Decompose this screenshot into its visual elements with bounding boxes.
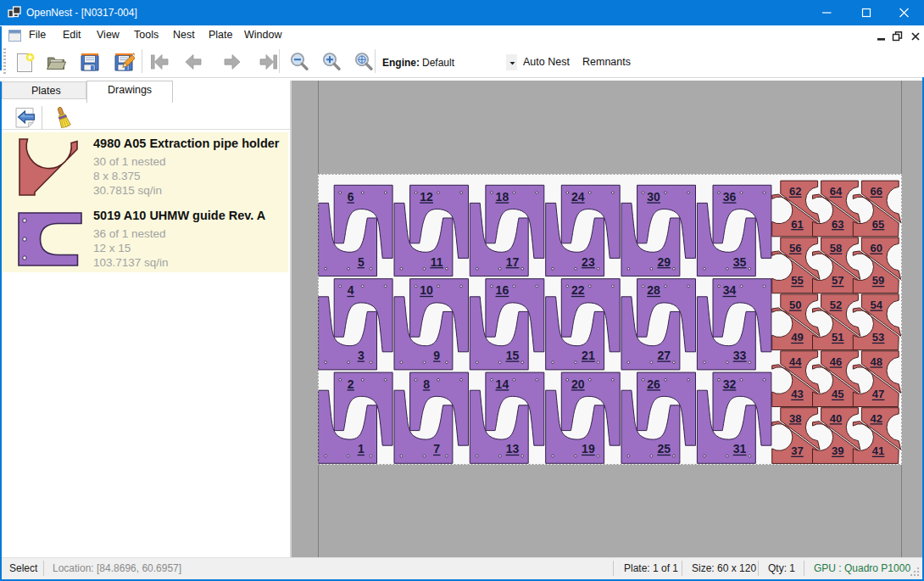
svg-text:30: 30: [647, 190, 660, 204]
svg-text:55: 55: [791, 274, 803, 287]
svg-text:22: 22: [571, 283, 585, 297]
svg-text:48: 48: [871, 355, 882, 368]
svg-text:59: 59: [872, 274, 884, 287]
svg-text:28: 28: [647, 283, 660, 297]
svg-text:66: 66: [871, 185, 882, 198]
svg-text:4: 4: [348, 283, 354, 297]
svg-text:12: 12: [420, 190, 433, 204]
svg-text:31: 31: [733, 442, 747, 455]
svg-text:33: 33: [733, 349, 747, 362]
svg-text:27: 27: [657, 349, 671, 362]
svg-text:17: 17: [506, 255, 520, 269]
svg-text:7: 7: [433, 442, 440, 455]
svg-text:53: 53: [872, 331, 884, 344]
svg-text:36: 36: [723, 190, 737, 204]
svg-text:64: 64: [830, 185, 843, 198]
svg-text:2: 2: [348, 377, 354, 391]
svg-text:38: 38: [789, 412, 801, 425]
svg-text:62: 62: [789, 185, 801, 198]
svg-text:51: 51: [832, 331, 843, 344]
svg-text:35: 35: [733, 255, 747, 269]
svg-text:44: 44: [789, 355, 802, 368]
svg-text:29: 29: [657, 255, 671, 269]
svg-text:42: 42: [871, 412, 882, 425]
svg-text:24: 24: [571, 190, 585, 204]
svg-text:60: 60: [871, 242, 882, 254]
svg-text:45: 45: [832, 388, 843, 400]
svg-text:11: 11: [431, 255, 443, 269]
svg-text:26: 26: [647, 377, 660, 391]
svg-text:5: 5: [358, 255, 365, 269]
svg-text:49: 49: [791, 331, 803, 344]
svg-text:56: 56: [789, 242, 801, 254]
svg-text:6: 6: [348, 190, 354, 204]
svg-text:40: 40: [830, 412, 842, 425]
svg-text:21: 21: [582, 349, 595, 362]
svg-text:46: 46: [830, 355, 842, 368]
svg-text:43: 43: [791, 388, 803, 400]
svg-text:10: 10: [420, 283, 433, 297]
svg-text:37: 37: [791, 444, 803, 457]
svg-text:23: 23: [582, 255, 595, 269]
svg-text:50: 50: [789, 299, 801, 311]
svg-text:32: 32: [723, 377, 737, 391]
svg-text:20: 20: [571, 377, 585, 391]
svg-text:61: 61: [791, 218, 803, 231]
svg-text:16: 16: [496, 283, 509, 297]
svg-text:47: 47: [872, 388, 884, 400]
svg-text:41: 41: [872, 444, 884, 457]
svg-text:15: 15: [506, 349, 520, 362]
svg-text:14: 14: [496, 377, 509, 391]
svg-text:63: 63: [832, 218, 843, 231]
svg-text:9: 9: [433, 349, 440, 362]
svg-text:58: 58: [830, 242, 842, 254]
svg-text:25: 25: [657, 442, 671, 455]
svg-text:57: 57: [832, 274, 843, 287]
svg-text:3: 3: [358, 349, 365, 362]
svg-text:39: 39: [832, 444, 843, 457]
svg-text:52: 52: [830, 299, 842, 311]
svg-text:8: 8: [423, 377, 430, 391]
svg-text:1: 1: [358, 442, 365, 455]
svg-text:13: 13: [506, 442, 520, 455]
svg-text:54: 54: [871, 299, 883, 311]
svg-text:18: 18: [496, 190, 509, 204]
svg-text:65: 65: [872, 218, 884, 231]
svg-text:34: 34: [723, 283, 737, 297]
svg-text:19: 19: [582, 442, 595, 455]
